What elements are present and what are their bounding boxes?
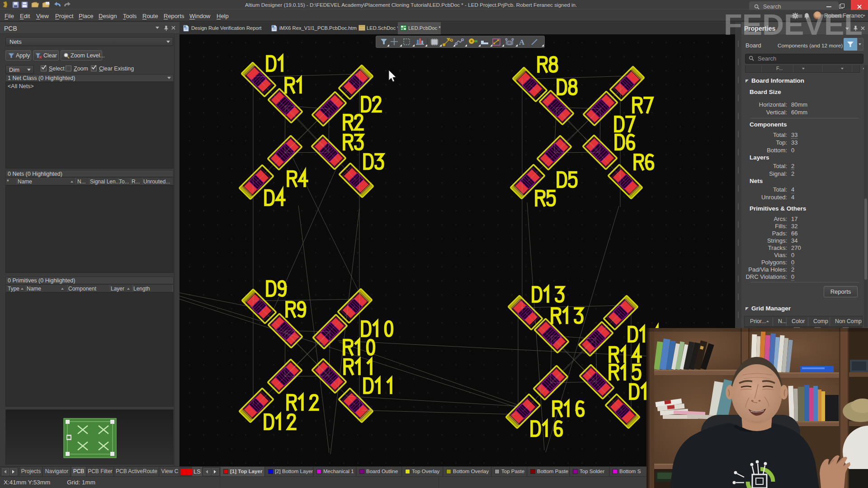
svg-text:A: A bbox=[519, 38, 525, 47]
svg-text:10: 10 bbox=[508, 42, 512, 45]
